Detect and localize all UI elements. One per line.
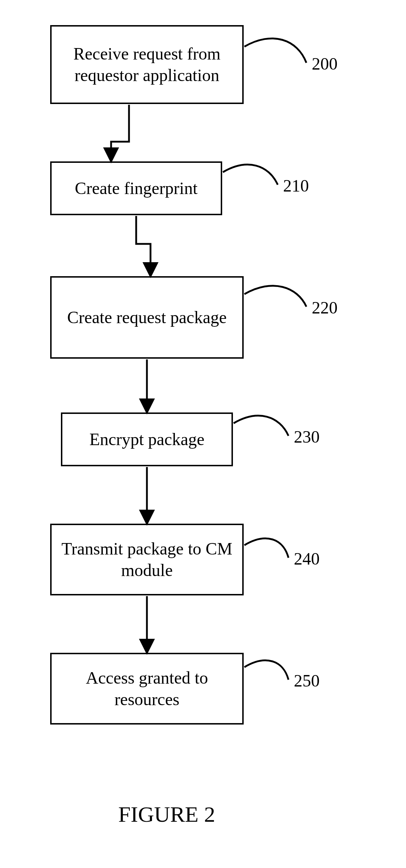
step-ref-220: 220 [312, 298, 338, 317]
step-ref-230: 230 [294, 427, 320, 447]
callout-arc-230 [234, 416, 288, 436]
step-text: Receive request from requestor applicati… [59, 43, 235, 86]
step-ref-210: 210 [283, 176, 309, 195]
flowchart-canvas: Receive request from requestor applicati… [0, 0, 406, 868]
step-text: Transmit package to CM module [59, 538, 235, 581]
step-ref-240: 240 [294, 549, 320, 569]
step-box-230: Encrypt package [61, 412, 233, 466]
step-box-210: Create fingerprint [50, 161, 222, 215]
arrow-200-to-210 [111, 105, 129, 161]
step-box-240: Transmit package to CM module [50, 524, 244, 595]
callout-arc-200 [244, 38, 306, 63]
figure-caption: FIGURE 2 [118, 802, 215, 827]
step-box-200: Receive request from requestor applicati… [50, 25, 244, 104]
arrow-210-to-220 [136, 216, 151, 275]
step-text: Create request package [67, 307, 226, 328]
step-text: Encrypt package [89, 429, 204, 450]
callout-arc-210 [223, 165, 278, 185]
callout-arc-250 [244, 660, 288, 680]
step-text: Access granted to resources [59, 667, 235, 710]
step-ref-250: 250 [294, 671, 320, 690]
step-box-250: Access granted to resources [50, 653, 244, 725]
step-text: Create fingerprint [75, 178, 198, 199]
callout-arc-240 [244, 538, 288, 558]
callout-arc-220 [244, 286, 306, 307]
step-ref-200: 200 [312, 54, 338, 74]
step-box-220: Create request package [50, 276, 244, 359]
